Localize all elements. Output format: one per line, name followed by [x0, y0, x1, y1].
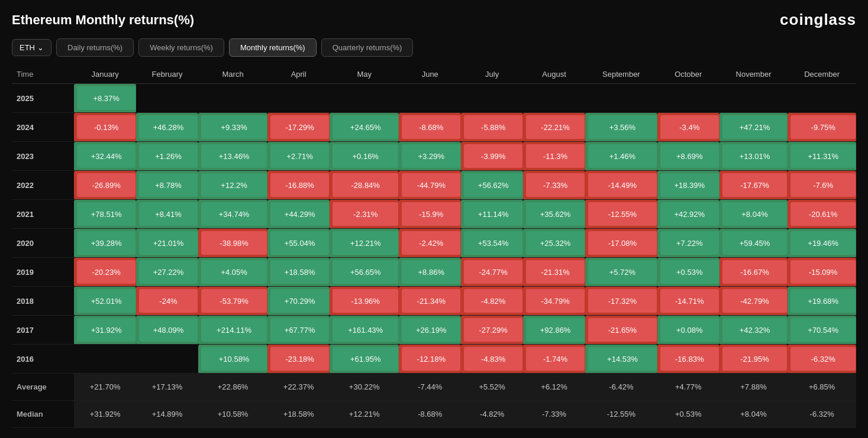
return-cell: -28.84% [330, 171, 399, 200]
return-cell: -6.32% [788, 345, 856, 374]
return-cell: -27.29% [461, 316, 523, 345]
return-cell: +34.74% [198, 200, 267, 229]
asset-label: ETH [20, 43, 35, 52]
return-cell: +2.71% [267, 142, 330, 171]
return-cell: +47.21% [719, 113, 788, 142]
return-cell: +0.16% [330, 142, 399, 171]
median-cell: +8.04% [719, 401, 788, 428]
return-cell: +26.19% [399, 316, 461, 345]
return-cell: -26.89% [74, 171, 136, 200]
return-cell: +3.29% [399, 142, 461, 171]
header-row: Ethereum Monthly returns(%) coinglass [12, 11, 856, 29]
median-cell: +14.89% [136, 401, 198, 428]
return-cell: +32.44% [74, 142, 136, 171]
brand-logo: coinglass [780, 11, 856, 29]
return-cell: +4.05% [198, 258, 267, 287]
return-cell: +35.62% [523, 200, 585, 229]
year-cell: 2019 [12, 258, 74, 287]
return-cell: +8.86% [399, 258, 461, 287]
return-cell: +5.72% [585, 258, 657, 287]
return-cell: -16.83% [657, 345, 719, 374]
year-cell: 2024 [12, 113, 74, 142]
return-cell: -17.29% [267, 113, 330, 142]
col-mar: March [198, 65, 267, 84]
return-cell: -14.71% [657, 287, 719, 316]
return-cell: -16.67% [719, 258, 788, 287]
return-cell: -38.98% [198, 229, 267, 258]
tab-monthly[interactable]: Monthly returns(%) [229, 38, 317, 57]
return-cell: -17.08% [585, 229, 657, 258]
return-cell [267, 84, 330, 113]
tab-weekly[interactable]: Weekly returns(%) [138, 38, 224, 57]
return-cell: -1.74% [523, 345, 585, 374]
col-jun: June [399, 65, 461, 84]
average-cell: +6.85% [788, 374, 856, 401]
return-cell: +19.46% [788, 229, 856, 258]
table-row: 2020+39.28%+21.01%-38.98%+55.04%+12.21%-… [12, 229, 856, 258]
median-cell: -8.68% [399, 401, 461, 428]
return-cell: +55.04% [267, 229, 330, 258]
return-cell: -12.55% [585, 200, 657, 229]
col-sep: September [585, 65, 657, 84]
return-cell: -11.3% [523, 142, 585, 171]
return-cell: +78.51% [74, 200, 136, 229]
return-cell: +48.09% [136, 316, 198, 345]
page-container: Ethereum Monthly returns(%) coinglass ET… [0, 0, 868, 438]
median-cell: -12.55% [585, 401, 657, 428]
median-cell: -6.32% [788, 401, 856, 428]
return-cell: +7.22% [657, 229, 719, 258]
return-cell: -21.34% [399, 287, 461, 316]
table-header-row: Time January February March April May Ju… [12, 65, 856, 84]
return-cell: +42.32% [719, 316, 788, 345]
average-cell: -6.42% [585, 374, 657, 401]
return-cell: +21.01% [136, 229, 198, 258]
return-cell: +0.08% [657, 316, 719, 345]
table-row: 2023+32.44%+1.26%+13.46%+2.71%+0.16%+3.2… [12, 142, 856, 171]
return-cell: +39.28% [74, 229, 136, 258]
return-cell: -23.18% [267, 345, 330, 374]
return-cell: +3.56% [585, 113, 657, 142]
return-cell: -53.79% [198, 287, 267, 316]
return-cell: -15.9% [399, 200, 461, 229]
median-cell: +18.58% [267, 401, 330, 428]
return-cell [788, 84, 856, 113]
return-cell: -22.21% [523, 113, 585, 142]
median-cell: -7.33% [523, 401, 585, 428]
return-cell: -21.95% [719, 345, 788, 374]
col-dec: December [788, 65, 856, 84]
year-cell: 2025 [12, 84, 74, 113]
col-feb: February [136, 65, 198, 84]
year-cell: 2020 [12, 229, 74, 258]
table-row: 2025+8.37% [12, 84, 856, 113]
tab-quarterly[interactable]: Quarterly returns(%) [321, 38, 414, 57]
table-row: 2018+52.01%-24%-53.79%+70.29%-13.96%-21.… [12, 287, 856, 316]
table-row: 2024-0.13%+46.28%+9.33%-17.29%+24.65%-8.… [12, 113, 856, 142]
return-cell: +8.69% [657, 142, 719, 171]
table-row: 2016+10.58%-23.18%+61.95%-12.18%-4.83%-1… [12, 345, 856, 374]
median-cell: +0.53% [657, 401, 719, 428]
return-cell: -24.77% [461, 258, 523, 287]
return-cell: -34.79% [523, 287, 585, 316]
return-cell: +42.92% [657, 200, 719, 229]
return-cell: +13.46% [198, 142, 267, 171]
return-cell: +52.01% [74, 287, 136, 316]
asset-selector[interactable]: ETH ⌄ [12, 39, 51, 56]
controls-row: ETH ⌄ Daily returns(%) Weekly returns(%)… [12, 38, 856, 57]
table-row: 2022-26.89%+8.78%+12.2%-16.88%-28.84%-44… [12, 171, 856, 200]
chevron-down-icon: ⌄ [37, 43, 44, 52]
tab-daily[interactable]: Daily returns(%) [56, 38, 134, 57]
return-cell: +92.86% [523, 316, 585, 345]
page-title: Ethereum Monthly returns(%) [12, 12, 194, 28]
return-cell: -15.09% [788, 258, 856, 287]
return-cell: +53.54% [461, 229, 523, 258]
return-cell [657, 84, 719, 113]
return-cell: +67.77% [267, 316, 330, 345]
return-cell: -14.49% [585, 171, 657, 200]
median-row: Median+31.92%+14.89%+10.58%+18.58%+12.21… [12, 401, 856, 428]
return-cell: +10.58% [198, 345, 267, 374]
return-cell: -7.6% [788, 171, 856, 200]
table-row: 2019-20.23%+27.22%+4.05%+18.58%+56.65%+8… [12, 258, 856, 287]
return-cell: -7.33% [523, 171, 585, 200]
return-cell: +8.78% [136, 171, 198, 200]
return-cell: -9.75% [788, 113, 856, 142]
